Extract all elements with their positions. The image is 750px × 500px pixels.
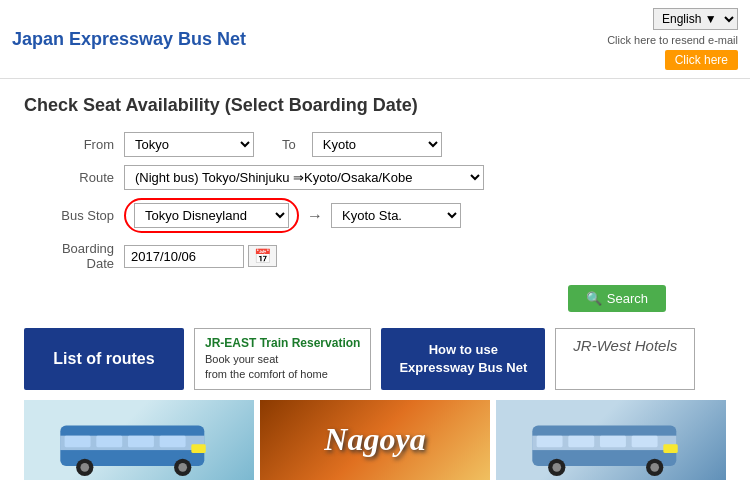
nagoya-image: Nagoya: [260, 400, 490, 480]
images-section: Nagoya: [24, 400, 726, 480]
search-button[interactable]: 🔍 Search: [568, 285, 666, 312]
jr-east-line1: Book your seat: [205, 352, 360, 367]
site-title: Japan Expressway Bus Net: [12, 29, 246, 50]
to-label: To: [282, 137, 296, 152]
svg-point-14: [552, 463, 561, 472]
header: Japan Expressway Bus Net English ▼ Click…: [0, 0, 750, 79]
svg-rect-19: [599, 435, 625, 447]
from-label: From: [34, 137, 124, 152]
svg-rect-17: [536, 435, 562, 447]
bus-right-svg: [508, 404, 715, 476]
expressway-button[interactable]: How to use Expressway Bus Net: [381, 328, 545, 390]
from-field: Tokyo To Kyoto: [124, 132, 442, 157]
jr-east-line2: from the comfort of home: [205, 367, 360, 382]
busstop-row: Bus Stop Tokyo Disneyland → Kyoto Sta.: [34, 198, 726, 233]
boarding-date-label: Boarding Date: [34, 241, 124, 271]
page-title: Check Seat Availability (Select Boarding…: [24, 95, 726, 116]
calendar-button[interactable]: 📅: [248, 245, 277, 267]
svg-rect-9: [159, 435, 185, 447]
from-select[interactable]: Tokyo: [124, 132, 254, 157]
svg-point-16: [650, 463, 659, 472]
list-of-routes-button[interactable]: List of routes: [24, 328, 184, 390]
date-input[interactable]: [124, 245, 244, 268]
bus-left-svg: [36, 404, 243, 476]
bus-left-image: [24, 400, 254, 480]
svg-point-5: [178, 463, 187, 472]
jr-west-banner[interactable]: JR-West Hotels: [555, 328, 695, 390]
bus-right-image: [496, 400, 726, 480]
nagoya-text: Nagoya: [324, 421, 425, 458]
resend-label: Click here to resend e-mail: [607, 34, 738, 46]
svg-rect-6: [64, 435, 90, 447]
date-input-wrapper: 📅: [124, 245, 277, 268]
busstop-wrapper: Tokyo Disneyland → Kyoto Sta.: [124, 198, 461, 233]
boarding-date-row: Boarding Date 📅: [34, 241, 726, 271]
banner-row: List of routes JR-EAST Train Reservation…: [24, 328, 726, 390]
search-icon: 🔍: [586, 291, 602, 306]
svg-rect-21: [663, 444, 677, 453]
seat-availability-form: From Tokyo To Kyoto Route (Night bus) To…: [34, 132, 726, 271]
route-label: Route: [34, 170, 124, 185]
expressway-line2: Expressway Bus Net: [399, 359, 527, 377]
route-select[interactable]: (Night bus) Tokyo/Shinjuku ⇒Kyoto/Osaka/…: [124, 165, 484, 190]
route-row: Route (Night bus) Tokyo/Shinjuku ⇒Kyoto/…: [34, 165, 726, 190]
arrow-icon: →: [307, 207, 323, 225]
expressway-line1: How to use: [399, 341, 527, 359]
main-content: Check Seat Availability (Select Boarding…: [0, 79, 750, 500]
search-label: Search: [607, 291, 648, 306]
svg-rect-18: [568, 435, 594, 447]
to-select[interactable]: Kyoto: [312, 132, 442, 157]
svg-rect-8: [127, 435, 153, 447]
svg-rect-10: [191, 444, 205, 453]
svg-rect-20: [631, 435, 657, 447]
busstop-from-select[interactable]: Tokyo Disneyland: [134, 203, 289, 228]
busstop-to-select[interactable]: Kyoto Sta.: [331, 203, 461, 228]
jr-east-banner[interactable]: JR-EAST Train Reservation Book your seat…: [194, 328, 371, 390]
route-field: (Night bus) Tokyo/Shinjuku ⇒Kyoto/Osaka/…: [124, 165, 484, 190]
header-right: English ▼ Click here to resend e-mail Cl…: [607, 8, 738, 70]
svg-point-3: [80, 463, 89, 472]
from-to-row: From Tokyo To Kyoto: [34, 132, 726, 157]
jr-west-label: JR-West Hotels: [573, 337, 677, 354]
jr-east-title: JR-EAST Train Reservation: [205, 335, 360, 352]
svg-rect-7: [96, 435, 122, 447]
busstop-highlight: Tokyo Disneyland: [124, 198, 299, 233]
click-here-button[interactable]: Click here: [665, 50, 738, 70]
busstop-label: Bus Stop: [34, 208, 124, 223]
language-select[interactable]: English ▼: [653, 8, 738, 30]
search-row: 🔍 Search: [24, 285, 666, 312]
